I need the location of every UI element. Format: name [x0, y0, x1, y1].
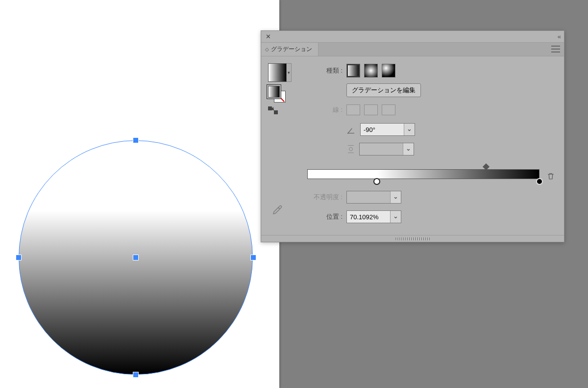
type-linear-button[interactable] — [346, 64, 360, 78]
aspect-ratio-icon — [346, 144, 355, 155]
gradient-slider[interactable] — [307, 166, 539, 186]
edit-gradient-button[interactable]: グラデーションを編集 — [346, 83, 421, 97]
artboard — [0, 0, 279, 388]
type-radial-button[interactable] — [364, 64, 378, 78]
aspect-ratio-input — [360, 143, 403, 155]
location-dropdown[interactable] — [390, 211, 401, 223]
angle-input[interactable] — [361, 124, 404, 135]
angle-field[interactable] — [360, 123, 415, 136]
opacity-dropdown — [390, 191, 401, 203]
panel-menu-icon[interactable] — [551, 46, 560, 52]
gradient-panel: ✕ « ◇ グラデーション 種類 : — [261, 30, 564, 242]
gradient-stop-white[interactable] — [373, 178, 380, 185]
opacity-input — [347, 191, 390, 203]
close-icon[interactable]: ✕ — [264, 33, 272, 41]
opacity-field — [346, 191, 401, 204]
angle-icon — [346, 125, 356, 134]
selection-handle-right[interactable] — [251, 255, 256, 260]
location-field[interactable] — [346, 210, 401, 223]
angle-dropdown[interactable] — [404, 124, 415, 135]
collapse-icon[interactable]: « — [558, 33, 561, 40]
stroke-grad-across-button[interactable] — [382, 104, 395, 115]
location-label: 位置 : — [307, 212, 343, 221]
fill-swatch-gradient[interactable] — [268, 86, 280, 98]
tab-toggle-icon: ◇ — [265, 47, 269, 52]
fill-stroke-toggle[interactable] — [268, 86, 286, 103]
eyedropper-icon[interactable] — [272, 204, 284, 215]
panel-titlebar[interactable]: ✕ « — [261, 31, 564, 43]
stroke-grad-along-button[interactable] — [364, 104, 378, 115]
gradient-swatch[interactable] — [268, 63, 287, 82]
selection-handle-bottom[interactable] — [133, 372, 138, 377]
panel-body: 種類 : グラデーションを編集 線 : — [261, 56, 564, 235]
stroke-grad-within-button[interactable] — [346, 104, 360, 115]
gradient-track[interactable] — [307, 169, 539, 179]
selection-handle-center[interactable] — [133, 255, 138, 260]
panel-resize-grip[interactable] — [261, 235, 564, 242]
stroke-label: 線 : — [307, 105, 343, 114]
panel-tabbar: ◇ グラデーション — [261, 43, 564, 56]
tab-gradient[interactable]: ◇ グラデーション — [261, 43, 318, 56]
location-input[interactable] — [347, 211, 390, 223]
type-freeform-button[interactable] — [382, 64, 395, 78]
gradient-swatch-menu[interactable] — [287, 63, 292, 82]
aspect-ratio-field — [359, 143, 414, 155]
delete-stop-icon[interactable] — [545, 171, 556, 181]
selection-handle-left[interactable] — [16, 255, 21, 260]
type-label: 種類 : — [307, 66, 343, 75]
tab-label: グラデーション — [271, 45, 312, 53]
aspect-ratio-dropdown — [403, 143, 414, 155]
reverse-gradient-icon[interactable] — [268, 106, 278, 114]
opacity-label: 不透明度 : — [307, 193, 343, 202]
selection-handle-top[interactable] — [133, 138, 138, 143]
gradient-stop-black[interactable] — [536, 178, 543, 185]
